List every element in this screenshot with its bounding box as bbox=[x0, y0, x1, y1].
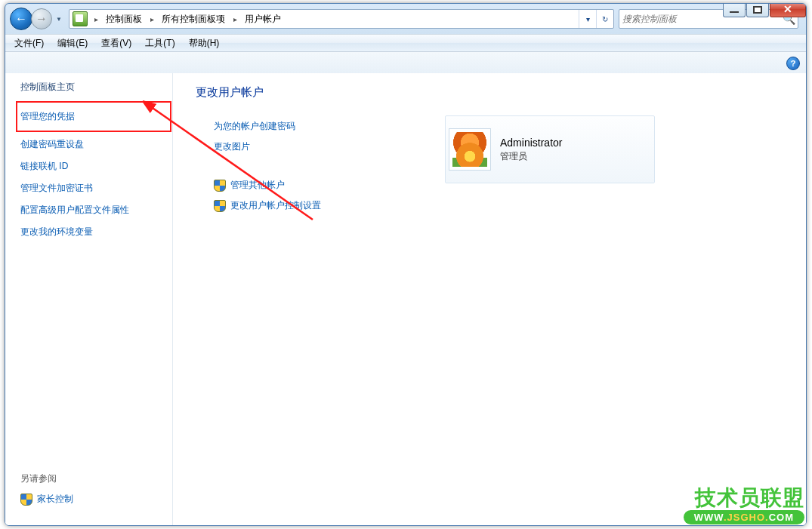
minimize-button[interactable] bbox=[723, 3, 746, 17]
forward-button[interactable]: → bbox=[31, 8, 52, 29]
account-info: Administrator 管理员 bbox=[500, 137, 562, 163]
chevron-down-icon: ▼ bbox=[56, 16, 62, 23]
close-icon: ✕ bbox=[783, 3, 792, 15]
action-uac-settings[interactable]: 更改用户帐户控制设置 bbox=[230, 199, 321, 212]
menu-help[interactable]: 帮助(H) bbox=[186, 35, 223, 51]
help-icon[interactable]: ? bbox=[786, 57, 800, 70]
menu-tools[interactable]: 工具(T) bbox=[142, 35, 178, 51]
search-placeholder: 搜索控制面板 bbox=[622, 13, 677, 26]
refresh-icon: ↻ bbox=[602, 15, 608, 23]
chevron-down-icon: ▾ bbox=[586, 15, 590, 23]
account-picture bbox=[449, 128, 491, 171]
account-name: Administrator bbox=[500, 137, 562, 149]
address-row: ← → ▼ ▸ 控制面板 ▸ 所有控制面板项 ▸ 用户帐户 ▾ ↻ 搜索控制面板… bbox=[5, 4, 806, 34]
address-bar-right: ▾ ↻ bbox=[579, 10, 613, 28]
account-role: 管理员 bbox=[500, 150, 562, 163]
menu-edit[interactable]: 编辑(E) bbox=[54, 35, 91, 51]
sidebar-bottom: 另请参阅 家长控制 bbox=[20, 472, 171, 518]
breadcrumb-control-panel[interactable]: 控制面板 bbox=[101, 10, 147, 28]
menu-view[interactable]: 查看(V) bbox=[98, 35, 134, 51]
account-card[interactable]: Administrator 管理员 bbox=[445, 115, 655, 183]
shield-icon bbox=[214, 180, 226, 192]
forward-arrow-icon: → bbox=[36, 12, 48, 26]
breadcrumb-all-items[interactable]: 所有控制面板项 bbox=[157, 10, 230, 28]
sidebar-link-env-vars[interactable]: 更改我的环境变量 bbox=[20, 226, 171, 238]
sidebar-link-parental[interactable]: 家长控制 bbox=[20, 493, 171, 506]
control-panel-icon bbox=[73, 11, 88, 26]
sidebar-link-credentials[interactable]: 管理您的凭据 bbox=[20, 110, 75, 123]
breadcrumb-arrow: ▸ bbox=[230, 10, 240, 28]
breadcrumb-arrow: ▸ bbox=[91, 10, 101, 28]
page-title: 更改用户帐户 bbox=[196, 85, 783, 100]
close-button[interactable]: ✕ bbox=[770, 3, 806, 17]
menu-file[interactable]: 文件(F) bbox=[11, 35, 47, 51]
menu-bar: 文件(F) 编辑(E) 查看(V) 工具(T) 帮助(H) bbox=[5, 34, 806, 52]
action-manage-other[interactable]: 管理其他帐户 bbox=[230, 179, 285, 192]
shield-icon bbox=[20, 494, 32, 506]
annotation-highlight: 管理您的凭据 bbox=[16, 101, 171, 132]
titlebar: ✕ bbox=[723, 3, 806, 20]
address-dropdown-button[interactable]: ▾ bbox=[579, 10, 596, 28]
breadcrumb-arrow: ▸ bbox=[147, 10, 157, 28]
sidebar-link-parental-label: 家长控制 bbox=[37, 493, 73, 506]
sidebar-link-adv-profile[interactable]: 配置高级用户配置文件属性 bbox=[20, 204, 171, 217]
window-frame: ✕ ← → ▼ ▸ 控制面板 ▸ 所有控制面板项 ▸ 用户帐户 ▾ ↻ 搜索控制… bbox=[5, 3, 807, 526]
refresh-button[interactable]: ↻ bbox=[596, 10, 613, 28]
sidebar-link-reset-disk[interactable]: 创建密码重设盘 bbox=[20, 138, 171, 151]
address-bar[interactable]: ▸ 控制面板 ▸ 所有控制面板项 ▸ 用户帐户 ▾ ↻ bbox=[69, 9, 614, 29]
maximize-button[interactable] bbox=[746, 3, 769, 17]
sidebar: 控制面板主页 管理您的凭据 创建密码重设盘 链接联机 ID 管理文件加密证书 配… bbox=[5, 73, 171, 525]
sidebar-heading[interactable]: 控制面板主页 bbox=[20, 81, 171, 94]
action-create-password[interactable]: 为您的帐户创建密码 bbox=[214, 120, 295, 133]
shield-icon bbox=[214, 200, 226, 212]
content-pane: 更改用户帐户 为您的帐户创建密码 更改图片 管理其他帐户 更改用户帐户控制设置 bbox=[172, 73, 806, 525]
body: 控制面板主页 管理您的凭据 创建密码重设盘 链接联机 ID 管理文件加密证书 配… bbox=[5, 73, 806, 525]
nav-buttons: ← → ▼ bbox=[10, 8, 64, 30]
breadcrumb-user-accounts[interactable]: 用户帐户 bbox=[240, 10, 286, 28]
back-arrow-icon: ← bbox=[15, 12, 27, 26]
back-button[interactable]: ← bbox=[10, 8, 32, 30]
flower-icon bbox=[452, 132, 487, 167]
sidebar-link-efs-certs[interactable]: 管理文件加密证书 bbox=[20, 182, 171, 195]
sidebar-also-label: 另请参阅 bbox=[20, 472, 171, 485]
nav-history-dropdown[interactable]: ▼ bbox=[54, 11, 64, 26]
action-change-picture[interactable]: 更改图片 bbox=[214, 140, 250, 153]
toolbar-strip: ? bbox=[5, 52, 806, 75]
sidebar-link-link-online[interactable]: 链接联机 ID bbox=[20, 160, 171, 173]
